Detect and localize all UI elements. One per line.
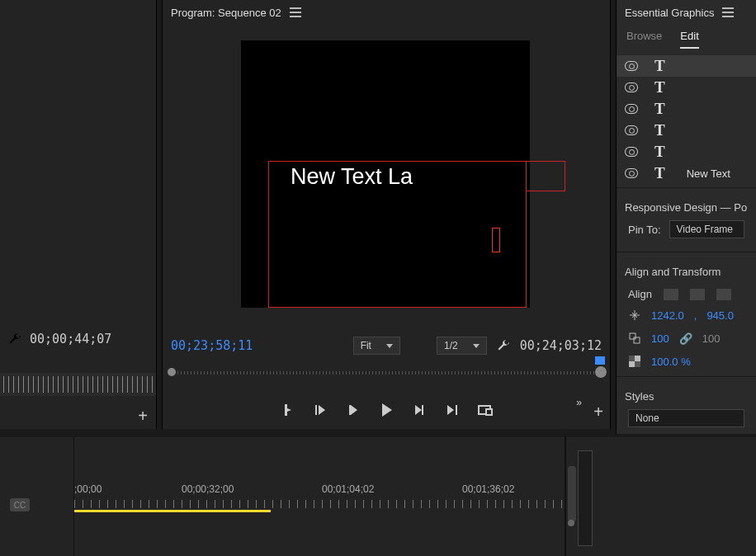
step-forward-icon[interactable]	[412, 403, 427, 417]
go-to-in-icon[interactable]	[313, 403, 328, 417]
scale-icon	[628, 332, 641, 345]
align-transform-title: Align and Transform	[617, 256, 756, 285]
transport-controls	[163, 396, 610, 424]
visibility-icon[interactable]	[625, 168, 638, 178]
align-right-icon[interactable]	[716, 289, 731, 300]
timeline-right-area	[565, 434, 756, 556]
position-y[interactable]: 945.0	[706, 309, 734, 322]
play-icon[interactable]	[379, 403, 394, 417]
timeline-ruler[interactable]: ;00;00 00;00;32;00 00;01;04;02 00;01;36;…	[74, 483, 565, 508]
program-scrub-bar[interactable]	[171, 363, 602, 383]
vertical-scrollbar-thumb[interactable]	[568, 466, 576, 522]
style-dropdown[interactable]: None	[628, 409, 744, 427]
eg-header: Essential Graphics	[617, 0, 756, 25]
text-layer-icon: T	[654, 143, 665, 161]
layer-row[interactable]: T	[617, 120, 756, 141]
layer-row[interactable]: T	[617, 98, 756, 120]
eg-tabs: Browse Edit	[617, 25, 756, 49]
source-timecode-row: 00;00;44;07	[8, 332, 111, 346]
text-layer-icon: T	[654, 164, 665, 182]
panel-menu-icon[interactable]	[722, 7, 734, 17]
text-layer-icon: T	[654, 57, 665, 75]
layer-row[interactable]: T	[617, 77, 756, 98]
text-layer-icon: T	[654, 121, 665, 139]
opacity-row: 100.0 %	[617, 350, 756, 373]
ruler-tick-label: ;00;00	[74, 483, 102, 495]
scrub-handle-right[interactable]	[595, 366, 607, 378]
program-monitor-panel: Program: Sequence 02 New Text La 00;23;5…	[162, 0, 611, 429]
layer-row[interactable]: T New Text	[617, 163, 756, 184]
add-button-icon[interactable]: +	[593, 403, 603, 422]
styles-title: Styles	[617, 380, 756, 409]
link-icon[interactable]: 🔗	[679, 332, 692, 345]
vertical-scrollbar-handle[interactable]	[568, 520, 574, 526]
program-title: Program: Sequence 02	[171, 7, 281, 19]
mark-in-icon[interactable]	[280, 403, 295, 417]
cc-badge[interactable]: CC	[10, 498, 30, 511]
position-x[interactable]: 1242.0	[651, 309, 684, 322]
scale-w[interactable]: 100	[651, 332, 669, 345]
wrench-icon[interactable]	[8, 332, 21, 346]
text-layer-content[interactable]: New Text La	[291, 164, 413, 190]
svg-rect-6	[635, 361, 640, 367]
opacity-value[interactable]: 100.0 %	[651, 356, 691, 368]
position-icon	[628, 309, 641, 322]
audio-meter	[578, 450, 593, 546]
resolution-label: 1/2	[444, 340, 458, 351]
layer-label: New Text	[687, 167, 730, 180]
text-cursor-indicator	[492, 228, 500, 252]
source-monitor-panel: 00;00;44;07 +	[0, 0, 157, 429]
text-layer-icon: T	[654, 100, 665, 118]
resolution-dropdown[interactable]: 1/2	[437, 337, 487, 355]
align-left-icon[interactable]	[664, 289, 678, 300]
chevron-down-icon	[386, 344, 393, 348]
tab-browse[interactable]: Browse	[626, 30, 662, 49]
source-scrub-bar[interactable]	[0, 373, 156, 396]
scrub-track[interactable]	[171, 371, 602, 375]
panel-menu-icon[interactable]	[290, 7, 301, 17]
visibility-icon[interactable]	[625, 61, 638, 71]
wrench-icon[interactable]	[497, 339, 510, 352]
text-bounding-box-overflow[interactable]	[527, 161, 565, 191]
ruler-tick-label: 00;01;04;02	[322, 483, 374, 495]
layer-row[interactable]: T	[617, 141, 756, 163]
visibility-icon[interactable]	[625, 147, 638, 157]
more-controls-icon[interactable]: »	[576, 397, 582, 408]
program-in-timecode[interactable]: 00;23;58;11	[171, 338, 253, 353]
work-area-bar[interactable]	[74, 510, 271, 512]
pin-to-dropdown[interactable]: Video Frame	[669, 220, 744, 238]
position-sep: ,	[694, 309, 697, 322]
visibility-icon[interactable]	[625, 125, 638, 135]
zoom-label: Fit	[361, 340, 371, 351]
zoom-dropdown[interactable]: Fit	[353, 337, 400, 355]
tab-edit[interactable]: Edit	[680, 30, 698, 49]
text-layer-icon: T	[654, 78, 665, 97]
layer-row[interactable]: T	[617, 55, 756, 77]
chevron-down-icon	[473, 344, 480, 348]
program-canvas[interactable]: New Text La	[241, 40, 530, 308]
svg-rect-3	[634, 337, 640, 343]
program-header: Program: Sequence 02	[163, 0, 610, 25]
styles-row: None	[617, 409, 756, 437]
visibility-icon[interactable]	[625, 104, 638, 114]
svg-rect-5	[629, 356, 635, 361]
go-to-out-icon[interactable]	[445, 403, 460, 417]
scale-h[interactable]: 100	[702, 332, 721, 345]
source-timecode[interactable]: 00;00;44;07	[30, 332, 111, 346]
svg-rect-2	[630, 333, 636, 339]
pin-to-label: Pin To:	[628, 224, 661, 236]
align-center-icon[interactable]	[690, 289, 705, 300]
source-add-button-row: +	[138, 407, 148, 426]
visibility-icon[interactable]	[625, 82, 638, 92]
timeline-left-column: CC	[0, 437, 74, 556]
layer-list: T T T T T T New Text	[617, 55, 756, 184]
export-frame-icon[interactable]	[478, 403, 493, 417]
position-row: 1242.0 , 945.0	[617, 304, 756, 327]
ruler-tick-label: 00;00;32;00	[182, 483, 234, 495]
program-timecode-row: 00;23;58;11 Fit 1/2 00;24;03;12	[163, 334, 610, 357]
step-back-icon[interactable]	[346, 403, 361, 417]
scrub-handle-left[interactable]	[168, 368, 176, 376]
plus-icon[interactable]: +	[138, 407, 148, 425]
playhead-marker-icon[interactable]	[595, 356, 605, 365]
program-duration-timecode[interactable]: 00;24;03;12	[520, 338, 602, 353]
